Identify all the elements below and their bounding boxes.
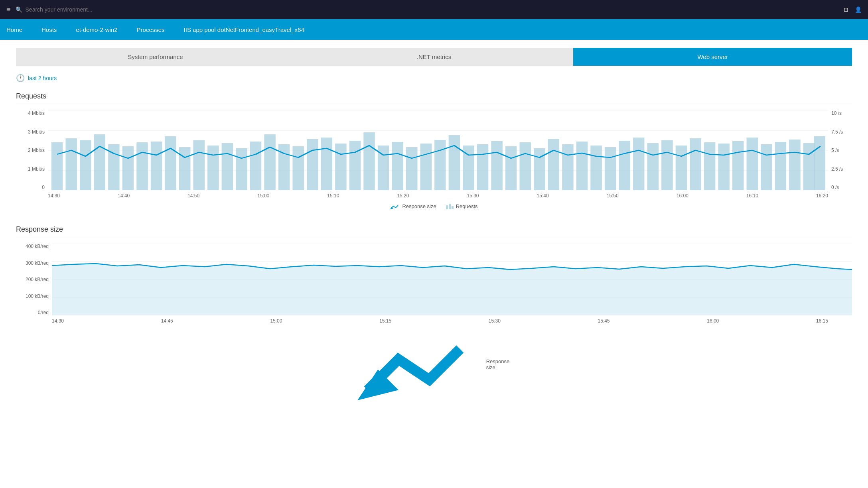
search-bar[interactable]: 🔍 [16,6,113,13]
response-size-chart-area: 400 kB/req 300 kB/req 200 kB/req 100 kB/… [16,244,852,317]
svg-rect-33 [449,135,460,190]
svg-rect-36 [491,141,502,190]
svg-rect-35 [477,144,488,190]
requests-chart-container: Requests 4 Mbit/s 3 Mbit/s 2 Mbit/s 1 Mb… [16,92,852,209]
svg-marker-67 [357,370,398,400]
svg-rect-37 [505,146,517,190]
tab-net-metrics[interactable]: .NET metrics [295,48,574,66]
tab-system-performance[interactable]: System performance [16,48,295,66]
main-content: System performance .NET metrics Web serv… [0,40,868,424]
user-icon[interactable]: 👤 [855,6,862,13]
legend-response-size-2: Response size [354,329,514,400]
requests-section-title: Requests [16,92,852,104]
search-icon: 🔍 [16,6,22,13]
svg-rect-38 [519,142,531,190]
legend-requests: Requests [446,203,478,209]
breadcrumb-processes[interactable]: Processes [126,19,173,40]
svg-rect-10 [122,146,134,190]
requests-legend: Response size Requests [16,203,852,209]
legend-response-size: Response size [390,203,436,209]
svg-rect-47 [647,143,659,190]
svg-rect-18 [236,148,247,190]
top-nav-right: ⊡ 👤 [844,6,862,13]
svg-rect-6 [65,138,77,190]
svg-rect-30 [406,147,417,190]
svg-rect-48 [661,140,673,190]
svg-rect-15 [193,140,205,190]
response-size-section-title: Response size [16,225,852,237]
svg-marker-66 [52,264,852,315]
breadcrumb-bar: Home Hosts et-demo-2-win2 Processes IIS … [0,19,868,40]
response-size-x-axis: 14:30 14:45 15:00 15:15 15:30 15:45 16:0… [16,317,828,324]
svg-rect-45 [619,141,630,190]
svg-rect-56 [775,142,786,190]
svg-rect-42 [576,142,588,190]
svg-rect-54 [747,138,758,190]
svg-rect-58 [803,143,815,190]
svg-rect-16 [207,146,219,190]
svg-rect-26 [349,141,361,190]
search-input[interactable] [26,6,113,13]
svg-rect-5 [51,142,63,190]
svg-rect-14 [179,147,190,190]
svg-rect-59 [814,136,825,190]
response-size-y-axis: 400 kB/req 300 kB/req 200 kB/req 100 kB/… [16,244,52,315]
svg-rect-32 [434,140,446,190]
svg-rect-8 [94,134,105,190]
breadcrumb-home[interactable]: Home [0,19,30,40]
notifications-icon[interactable]: ⊡ [844,6,848,13]
response-size-chart-svg [52,244,852,317]
requests-y-axis-right: 10 /s 7.5 /s 5 /s 2.5 /s 0 /s [828,110,852,190]
svg-rect-24 [321,138,332,190]
svg-rect-39 [534,148,545,190]
svg-rect-43 [590,146,602,190]
breadcrumb-hosts[interactable]: Hosts [30,19,65,40]
time-filter-label[interactable]: last 2 hours [28,75,57,81]
breadcrumb-iis-pool[interactable]: IIS app pool dotNetFrontend_easyTravel_x… [173,19,312,40]
svg-rect-22 [292,146,304,190]
requests-y-axis-left: 4 Mbit/s 3 Mbit/s 2 Mbit/s 1 Mbit/s 0 [16,110,48,190]
top-navigation: ≡ 🔍 ⊡ 👤 [0,0,868,19]
svg-rect-17 [222,143,233,190]
response-size-legend: Response size [16,329,852,400]
breadcrumb-host-detail[interactable]: et-demo-2-win2 [65,19,125,40]
svg-rect-31 [420,144,432,190]
svg-rect-40 [548,139,559,190]
svg-rect-50 [690,138,701,190]
svg-rect-27 [363,132,375,190]
svg-rect-25 [335,144,346,190]
requests-x-axis: 14:30 14:40 14:50 15:00 15:10 15:20 15:3… [16,191,828,199]
svg-marker-60 [390,207,393,209]
svg-rect-7 [80,140,91,190]
svg-rect-29 [392,142,403,190]
svg-rect-52 [718,144,729,190]
svg-rect-11 [136,142,148,190]
svg-rect-12 [151,142,162,190]
svg-rect-53 [732,141,744,190]
menu-icon[interactable]: ≡ [6,6,11,14]
svg-rect-20 [264,134,275,190]
tab-bar: System performance .NET metrics Web serv… [16,48,852,66]
svg-rect-19 [250,142,261,190]
svg-rect-13 [165,136,176,190]
svg-rect-44 [605,147,616,190]
svg-rect-55 [761,144,772,190]
requests-chart-area: 4 Mbit/s 3 Mbit/s 2 Mbit/s 1 Mbit/s 0 [16,110,852,191]
svg-rect-57 [789,140,800,190]
requests-chart-svg [48,110,828,191]
time-filter[interactable]: 🕐 last 2 hours [16,74,852,83]
clock-icon: 🕐 [16,74,25,83]
svg-rect-49 [676,146,687,190]
svg-rect-23 [307,139,318,190]
svg-rect-41 [562,144,573,190]
response-size-chart-container: Response size 400 kB/req 300 kB/req 200 … [16,225,852,400]
svg-rect-46 [633,138,644,190]
svg-rect-51 [704,142,715,190]
tab-web-server[interactable]: Web server [573,48,852,66]
